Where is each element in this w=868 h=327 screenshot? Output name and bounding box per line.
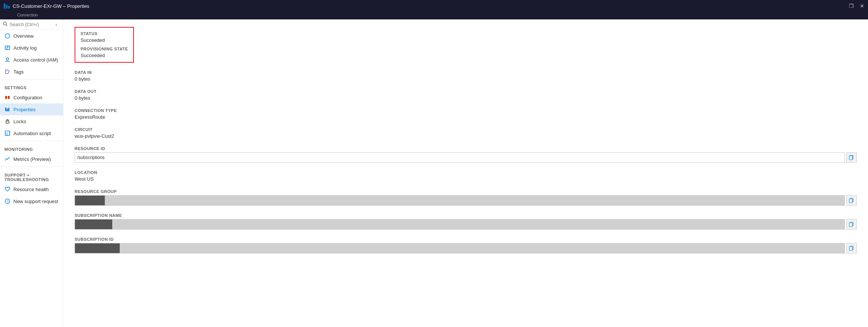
sidebar-label-metrics: Metrics (Preview) xyxy=(13,156,51,162)
sidebar-label-new-support: New support request xyxy=(13,199,58,204)
svg-rect-9 xyxy=(5,96,7,99)
search-input[interactable] xyxy=(10,22,50,27)
redacted-dark-2 xyxy=(75,219,112,229)
svg-rect-13 xyxy=(8,108,9,111)
redacted-dark-1 xyxy=(75,196,105,205)
main-layout: ‹ Overview Activity log xyxy=(0,19,868,327)
sidebar-item-resource-health[interactable]: Resource health xyxy=(0,183,63,195)
sidebar-label-overview: Overview xyxy=(13,33,34,39)
window-title: CS-Customer-EXr-GW – Properties xyxy=(13,3,89,9)
circuit-field: CIRCUIT wus-pvtpvw-Cust2 xyxy=(75,127,857,139)
resource-id-copy-button[interactable] xyxy=(846,152,857,163)
search-icon xyxy=(3,22,7,27)
configuration-icon xyxy=(4,94,10,100)
tags-icon xyxy=(4,69,10,75)
close-button[interactable]: ✕ xyxy=(860,3,864,9)
sidebar-label-locks: Locks xyxy=(13,119,26,124)
redacted-dark-3 xyxy=(75,243,120,253)
title-bar-left: CS-Customer-EXr-GW – Properties xyxy=(4,3,89,9)
sidebar-label-automation-script: Automation script xyxy=(13,131,51,136)
sidebar-item-automation-script[interactable]: {} Automation script xyxy=(0,127,63,139)
title-bar: CS-Customer-EXr-GW – Properties ❐ ✕ xyxy=(0,0,868,12)
resource-group-row xyxy=(75,195,857,206)
resource-id-input[interactable] xyxy=(75,152,845,163)
connection-type-field: CONNECTION TYPE ExpressRoute xyxy=(75,108,857,120)
provisioning-label: PROVISIONING STATE xyxy=(81,47,128,51)
settings-section-label: SETTINGS xyxy=(0,81,63,91)
svg-text:?: ? xyxy=(7,200,9,203)
status-field: STATUS Succeeded xyxy=(81,31,128,43)
circuit-value: wus-pvtpvw-Cust2 xyxy=(75,133,857,139)
svg-point-0 xyxy=(3,22,6,25)
svg-point-7 xyxy=(6,58,9,60)
resource-id-row xyxy=(75,152,857,163)
search-box[interactable]: ‹ xyxy=(0,19,63,30)
access-control-icon xyxy=(4,57,10,63)
properties-icon xyxy=(4,106,10,112)
monitoring-section-label: MONITORING xyxy=(0,143,63,153)
subscription-id-label: SUBSCRIPTION ID xyxy=(75,237,857,242)
svg-rect-12 xyxy=(7,109,8,111)
svg-rect-24 xyxy=(849,223,852,227)
sidebar-item-overview[interactable]: Overview xyxy=(0,30,63,42)
sidebar-collapse-button[interactable]: ‹ xyxy=(53,22,60,27)
resource-group-bar xyxy=(75,195,845,206)
resource-group-copy-button[interactable] xyxy=(846,195,857,206)
overview-icon xyxy=(4,33,10,39)
svg-rect-20 xyxy=(849,156,852,160)
sidebar-item-new-support[interactable]: ? New support request xyxy=(0,195,63,207)
sidebar-label-access-control: Access control (IAM) xyxy=(13,57,58,63)
sub-header: Connection xyxy=(0,12,868,19)
svg-point-2 xyxy=(5,34,10,38)
subscription-id-field: SUBSCRIPTION ID xyxy=(75,237,857,253)
connection-type-value: ExpressRoute xyxy=(75,114,857,120)
sidebar-label-tags: Tags xyxy=(13,69,23,75)
resource-group-label: RESOURCE GROUP xyxy=(75,189,857,194)
subscription-name-copy-button[interactable] xyxy=(846,219,857,230)
location-label: LOCATION xyxy=(75,170,857,175)
status-label: STATUS xyxy=(81,31,128,36)
redacted-light-2 xyxy=(112,219,845,229)
subscription-name-field: SUBSCRIPTION NAME xyxy=(75,213,857,230)
circuit-label: CIRCUIT xyxy=(75,127,857,132)
locks-icon xyxy=(4,118,10,124)
location-field: LOCATION West US xyxy=(75,170,857,182)
subscription-id-bar xyxy=(75,243,845,253)
svg-rect-26 xyxy=(849,247,852,250)
svg-rect-11 xyxy=(5,108,6,111)
redacted-light-1 xyxy=(105,196,845,205)
restore-button[interactable]: ❐ xyxy=(849,3,854,9)
activity-log-icon xyxy=(4,45,10,51)
resource-group-field: RESOURCE GROUP xyxy=(75,189,857,206)
sidebar-item-metrics[interactable]: Metrics (Preview) xyxy=(0,153,63,165)
subscription-id-copy-button[interactable] xyxy=(846,243,857,253)
content-area: STATUS Succeeded PROVISIONING STATE Succ… xyxy=(63,19,868,327)
subscription-name-row xyxy=(75,219,857,230)
svg-rect-22 xyxy=(849,199,852,203)
sidebar-item-configuration[interactable]: Configuration xyxy=(0,91,63,103)
connection-type-label: CONNECTION TYPE xyxy=(75,108,857,113)
provisioning-value: Succeeded xyxy=(81,53,128,58)
title-bar-controls: ❐ ✕ xyxy=(849,3,864,9)
sidebar-item-locks[interactable]: Locks xyxy=(0,115,63,127)
app-logo xyxy=(4,3,10,9)
sidebar: ‹ Overview Activity log xyxy=(0,19,63,327)
sidebar-label-properties: Properties xyxy=(13,107,35,112)
sidebar-label-configuration: Configuration xyxy=(13,95,42,100)
resource-id-label: RESOURCE ID xyxy=(75,146,857,151)
sidebar-divider-3 xyxy=(0,166,63,167)
sidebar-divider-1 xyxy=(0,79,63,80)
sidebar-item-access-control[interactable]: Access control (IAM) xyxy=(0,54,63,66)
copy-icon xyxy=(849,155,854,160)
resource-health-icon xyxy=(4,186,10,192)
data-in-value: 0 bytes xyxy=(75,76,857,82)
sidebar-item-properties[interactable]: Properties xyxy=(0,103,63,115)
svg-line-1 xyxy=(6,25,7,26)
subscription-name-label: SUBSCRIPTION NAME xyxy=(75,213,857,218)
resource-id-field: RESOURCE ID xyxy=(75,146,857,163)
sidebar-item-tags[interactable]: Tags xyxy=(0,66,63,78)
data-out-value: 0 bytes xyxy=(75,95,857,101)
metrics-icon xyxy=(4,156,10,162)
sidebar-item-activity-log[interactable]: Activity log xyxy=(0,42,63,54)
status-highlight-box: STATUS Succeeded PROVISIONING STATE Succ… xyxy=(75,27,134,63)
